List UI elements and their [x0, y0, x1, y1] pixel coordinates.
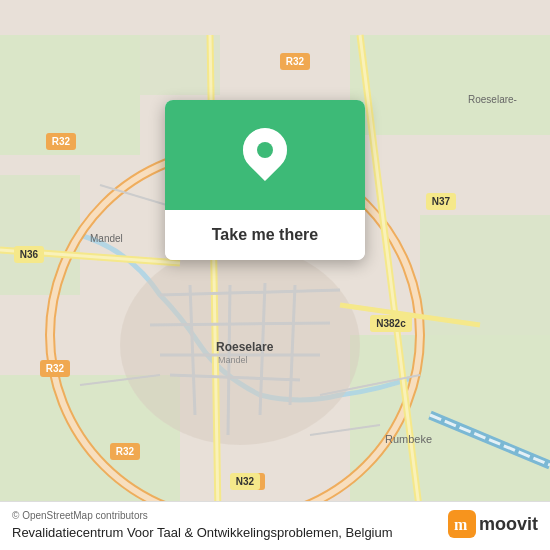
svg-line-21: [150, 323, 330, 325]
svg-rect-2: [350, 35, 550, 135]
map-svg: R32 R32 R32 R32 R32 N32 N32 N36 N37 N382…: [0, 0, 550, 550]
svg-text:N37: N37: [432, 196, 451, 207]
svg-text:Roeselare-: Roeselare-: [468, 94, 517, 105]
take-me-there-button[interactable]: Take me there: [165, 210, 365, 260]
popup-card: Take me there: [165, 100, 365, 260]
svg-text:R32: R32: [52, 136, 71, 147]
svg-rect-6: [0, 175, 80, 295]
svg-text:R32: R32: [286, 56, 305, 67]
svg-text:Mandel: Mandel: [218, 355, 248, 365]
svg-text:N36: N36: [20, 249, 39, 260]
svg-text:R32: R32: [46, 363, 65, 374]
svg-text:N32: N32: [236, 476, 255, 487]
bottom-bar: © OpenStreetMap contributors Revalidatie…: [0, 501, 550, 550]
popup-header: [165, 100, 365, 210]
svg-text:Roeselare: Roeselare: [216, 340, 274, 354]
svg-text:R32: R32: [116, 446, 135, 457]
map-container: R32 R32 R32 R32 R32 N32 N32 N36 N37 N382…: [0, 0, 550, 550]
svg-text:N382c: N382c: [376, 318, 406, 329]
svg-text:Mandel: Mandel: [90, 233, 123, 244]
svg-text:Rumbeke: Rumbeke: [385, 433, 432, 445]
moovit-logo: m moovit: [448, 510, 538, 538]
location-pin-icon: [243, 128, 287, 182]
moovit-logo-icon: m: [448, 510, 476, 538]
moovit-logo-text: moovit: [479, 514, 538, 535]
svg-text:m: m: [454, 516, 468, 533]
